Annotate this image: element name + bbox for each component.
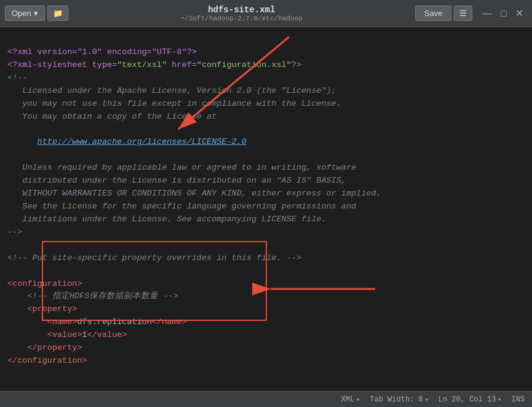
ins-mode-item[interactable]: INS [511, 395, 525, 404]
titlebar-center: hdfs-site.xml ~/Soft/hadoop-2.7.6/etc/ha… [181, 5, 303, 22]
close-button[interactable]: ✕ [512, 6, 527, 20]
open-dropdown-icon: ▾ [34, 9, 38, 18]
maximize-button[interactable]: □ [497, 6, 510, 20]
save-button[interactable]: Save [415, 6, 452, 21]
xml-chevron-icon: ▾ [356, 396, 360, 403]
license-link[interactable]: http://www.apache.org/licenses/LICENSE-2… [38, 137, 247, 146]
xml-pi-1: <?xml version="1.0" encoding="UTF-8"?> [7, 47, 197, 57]
open-button[interactable]: Open ▾ [5, 6, 45, 21]
ins-label: INS [511, 395, 525, 404]
editor-area[interactable]: <?xml version="1.0" encoding="UTF-8"?> <… [0, 27, 532, 391]
folder-icon-button[interactable]: 📁 [47, 6, 68, 21]
comment-without: WITHOUT WARRANTIES OR CONDITIONS OF ANY … [7, 189, 381, 198]
comment-license-open: <!-- [7, 73, 27, 82]
comment-license-close: --> [7, 227, 22, 237]
cursor-position-label: Ln 20, Col 13 [439, 395, 496, 404]
value-tag: <value>1</value> [7, 330, 127, 339]
comment-unless: Unless required by applicable law or agr… [7, 163, 356, 172]
file-title: hdfs-site.xml [181, 5, 303, 15]
pos-chevron-icon: ▾ [498, 396, 501, 403]
titlebar-left: Open ▾ 📁 [5, 6, 68, 21]
config-close: </configuration> [7, 356, 87, 365]
menu-button[interactable]: ☰ [454, 6, 472, 21]
property-open: <property> [7, 304, 77, 314]
comment-license-2: you may not use this file except in comp… [7, 99, 341, 108]
comment-distributed: distributed under the License is distrib… [7, 176, 346, 185]
file-path: ~/Soft/hadoop-2.7.6/etc/hadoop [181, 15, 303, 22]
xml-pi-2: <?xml-stylesheet type="text/xsl" href="c… [7, 60, 301, 69]
tab-width-label: Tab Width: 8 [370, 395, 423, 404]
config-open: <configuration> [7, 279, 82, 288]
minimize-button[interactable]: — [478, 6, 496, 20]
code-content[interactable]: <?xml version="1.0" encoding="UTF-8"?> <… [0, 31, 532, 383]
statusbar: XML ▾ Tab Width: 8 ▾ Ln 20, Col 13 ▾ INS [0, 391, 532, 407]
titlebar-right: Save ☰ — □ ✕ [415, 6, 527, 21]
comment-limitations: limitations under the License. See accom… [7, 215, 326, 224]
comment-see: See the License for the specific languag… [7, 202, 356, 211]
tab-width-item[interactable]: Tab Width: 8 ▾ [370, 395, 428, 404]
comment-license-3: You may obtain a copy of the License at [7, 112, 216, 121]
xml-mode-label: XML [341, 395, 355, 404]
property-close: </property> [7, 343, 82, 352]
name-tag: <name>dfs.replication</name> [7, 317, 187, 326]
comment-site-specific: <!-- Put site-specific property override… [7, 253, 301, 263]
folder-icon: 📁 [53, 9, 63, 18]
open-label: Open [12, 9, 31, 18]
comment-license-1: Licensed under the Apache License, Versi… [7, 86, 336, 95]
comment-license-url: http://www.apache.org/licenses/LICENSE-2… [7, 137, 247, 146]
window-controls: — □ ✕ [478, 6, 527, 20]
titlebar: Open ▾ 📁 hdfs-site.xml ~/Soft/hadoop-2.7… [0, 0, 532, 27]
cursor-position-item: Ln 20, Col 13 ▾ [439, 395, 502, 404]
comment-hdfs: <!-- 指定HDFS保存数据副本数量 --> [7, 291, 178, 301]
tab-chevron-icon: ▾ [425, 396, 429, 403]
xml-mode-item[interactable]: XML ▾ [341, 395, 360, 404]
